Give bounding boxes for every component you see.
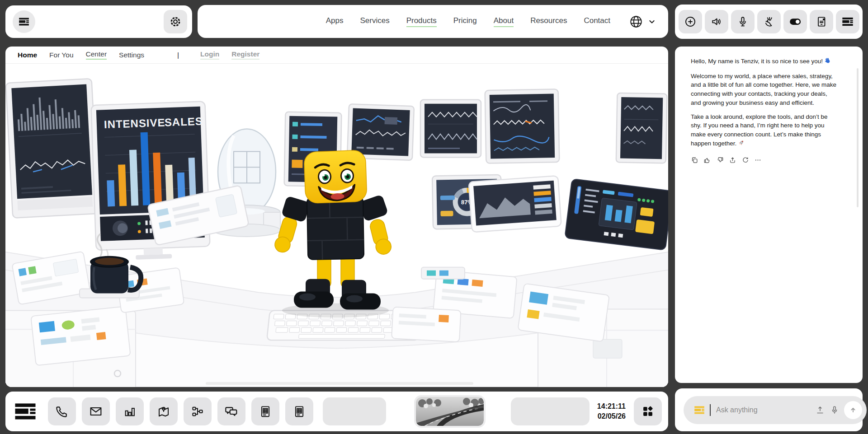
grid-diamond-icon [642, 405, 654, 418]
nav-item-resources[interactable]: Resources [530, 16, 567, 27]
microphone-button[interactable] [731, 10, 755, 33]
apps-grid-button[interactable] [634, 397, 662, 425]
bottom-dock: 14:21:11 02/05/26 [5, 392, 668, 431]
subnav-item-center[interactable]: Center [86, 50, 107, 60]
clock-time: 14:21:11 [597, 401, 626, 411]
desk-buttons-mid [421, 267, 465, 279]
clock: 14:21:11 02/05/26 [597, 401, 634, 421]
subnav-item-settings[interactable]: Settings [119, 51, 144, 59]
top-left-toolbar [5, 5, 192, 38]
peacock-icon [763, 15, 775, 28]
nav-item-services[interactable]: Services [360, 16, 389, 27]
add-button[interactable] [679, 10, 702, 33]
svg-text:INTENSIVE: INTENSIVE [104, 116, 165, 131]
monitor-zigzag [420, 100, 481, 158]
globe-icon [629, 14, 643, 29]
dock-empty-slot-1 [323, 397, 386, 425]
desk-card-2 [31, 306, 130, 365]
subnav-item-home[interactable]: Home [18, 51, 37, 59]
subnav-caret: | [177, 51, 179, 59]
nav-item-products[interactable]: Products [406, 16, 437, 27]
layout-logo-icon [18, 16, 30, 28]
nav-item-apps[interactable]: Apps [326, 16, 344, 27]
register-link[interactable]: Register [231, 50, 259, 60]
notes-button[interactable] [810, 10, 833, 33]
toggle-on-icon [788, 15, 802, 28]
nav-item-contact[interactable]: Contact [584, 16, 610, 27]
nav-item-pricing[interactable]: Pricing [453, 16, 477, 27]
phone-button[interactable] [48, 397, 76, 425]
chat-message-1: Hello, My name is Tenziv, it is so nice … [691, 57, 838, 67]
ask-panel [675, 388, 863, 431]
road-thumbnail[interactable] [416, 397, 484, 426]
regenerate-icon[interactable] [741, 156, 749, 164]
invoice-button-2[interactable] [285, 397, 313, 425]
ask-input-container[interactable] [684, 396, 867, 424]
subnav-item-for-you[interactable]: For You [49, 51, 73, 59]
chevron-down-icon [647, 17, 656, 26]
invoice-icon [292, 405, 306, 418]
layout-logo-icon [841, 15, 854, 28]
settings-button[interactable] [164, 10, 187, 33]
monitor-large-right [485, 89, 560, 163]
text-cursor [710, 404, 711, 416]
clock-date: 02/05/26 [597, 411, 626, 421]
map-pin-icon [157, 405, 170, 418]
thumbs-down-icon[interactable] [716, 156, 724, 164]
send-button[interactable] [844, 401, 862, 419]
share-icon[interactable] [729, 156, 736, 164]
workflow-button[interactable] [184, 397, 212, 425]
control-panel-right [565, 179, 668, 250]
arrow-up-icon [849, 406, 858, 415]
main-nav: Apps Services Products Pricing About Res… [198, 5, 668, 38]
horizontal-scrollbar[interactable] [206, 382, 473, 385]
hero-scene: INTENSIVE SALES [5, 64, 668, 387]
dock-empty-slot-2 [511, 397, 590, 425]
svg-text:SALES: SALES [164, 115, 203, 129]
nav-item-about[interactable]: About [494, 16, 514, 27]
envelope-icon [89, 404, 103, 419]
dock-logo[interactable] [13, 399, 38, 424]
volume-button[interactable] [705, 10, 728, 33]
app-logo-button[interactable] [13, 10, 35, 33]
analytics-button[interactable] [116, 397, 144, 425]
assistant-button[interactable] [757, 10, 781, 33]
sub-nav: Home For You Center Settings | Login Reg… [5, 47, 668, 63]
main-panel: Home For You Center Settings | Login Reg… [5, 47, 668, 387]
chat-button[interactable] [217, 397, 245, 425]
login-link[interactable]: Login [200, 50, 219, 60]
microphone-icon [736, 15, 749, 28]
upload-icon[interactable] [815, 405, 825, 415]
language-selector[interactable] [629, 14, 656, 29]
mic-icon[interactable] [830, 405, 840, 415]
ask-input[interactable] [715, 406, 811, 415]
chat-message-2: Welcome to my world, a place where sales… [691, 72, 838, 107]
phone-icon [55, 405, 69, 418]
ticker-panel [468, 176, 561, 232]
more-icon[interactable] [754, 156, 762, 164]
speaker-icon [710, 15, 723, 28]
mail-button[interactable] [82, 397, 110, 425]
invoice-button-1[interactable] [251, 397, 279, 425]
copy-icon[interactable] [691, 156, 698, 164]
chat-scrollbar[interactable] [857, 68, 859, 207]
monitor-left [6, 79, 99, 218]
toggle-button[interactable] [783, 10, 807, 33]
desk-card-6 [392, 307, 461, 342]
hero-image: INTENSIVE SALES [5, 63, 668, 387]
chat-message-3: Take a look around, explore the tools, a… [691, 112, 838, 149]
mascot-head [304, 150, 367, 203]
monitor-far-right [616, 93, 667, 163]
map-button[interactable] [150, 397, 178, 425]
assistant-panel: Hello, My name is Tenziv, it is so nice … [675, 47, 863, 383]
top-right-toolbar [675, 5, 863, 39]
workflow-icon [191, 405, 204, 418]
rocket-emoji [738, 140, 745, 149]
chat-bubbles-icon [224, 404, 239, 419]
layout-button[interactable] [836, 10, 859, 33]
invoice-icon [259, 405, 272, 418]
bar-chart-icon [123, 405, 137, 418]
plus-circle-icon [684, 15, 697, 28]
thumbs-up-icon[interactable] [703, 156, 711, 164]
ask-logo-icon [693, 404, 705, 416]
